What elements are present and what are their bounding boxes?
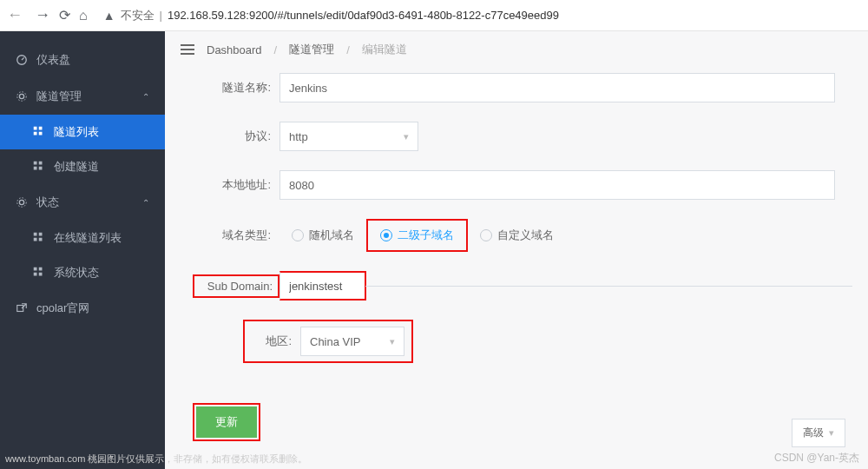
grid-icon — [33, 161, 45, 173]
back-icon[interactable]: ← — [7, 6, 23, 24]
sidebar-item-status[interactable]: 状态 ⌃ — [0, 184, 165, 221]
protocol-select[interactable]: http ▾ — [279, 122, 418, 151]
svg-rect-21 — [39, 273, 43, 276]
svg-rect-14 — [34, 233, 37, 236]
home-icon[interactable]: ⌂ — [79, 8, 88, 23]
svg-rect-16 — [34, 238, 37, 241]
svg-rect-4 — [34, 127, 37, 130]
region-select[interactable]: China VIP ▾ — [300, 327, 404, 356]
sidebar-item-online-list[interactable]: 在线隧道列表 — [0, 221, 165, 255]
insecure-label: 不安全 — [121, 8, 155, 23]
sidebar-item-system-status[interactable]: 系统状态 — [0, 255, 165, 290]
advanced-button[interactable]: 高级 ▾ — [792, 419, 845, 447]
gauge-icon — [16, 54, 28, 66]
sidebar: 仪表盘 隧道管理 ⌃ 隧道列表 创建隧道 — [0, 31, 165, 469]
domain-type-custom[interactable]: 自定义域名 — [468, 221, 566, 250]
local-addr-label: 本地地址: — [193, 177, 279, 193]
crumb-tunnels[interactable]: 隧道管理 — [289, 42, 334, 57]
csdn-watermark: CSDN @Yan-英杰 — [774, 451, 859, 466]
external-link-icon — [16, 302, 28, 314]
footer-left: www.toymban.com 桃园图片仅供展示，非存储，如有侵权请联系删除。 — [5, 452, 307, 466]
local-addr-input[interactable]: 8080 — [279, 170, 835, 200]
sidebar-label: 在线隧道列表 — [54, 230, 122, 246]
svg-rect-15 — [39, 233, 43, 236]
warning-icon: ▲ — [103, 9, 115, 23]
svg-point-13 — [17, 198, 27, 208]
svg-point-12 — [19, 200, 23, 204]
chevron-down-icon: ▾ — [829, 427, 834, 439]
svg-rect-20 — [34, 273, 37, 276]
sidebar-label: 隧道列表 — [54, 124, 99, 140]
svg-rect-5 — [39, 127, 43, 130]
svg-rect-6 — [34, 132, 37, 135]
radio-icon — [380, 229, 392, 241]
sidebar-label: 仪表盘 — [36, 52, 70, 68]
domain-type-label: 域名类型: — [193, 228, 279, 243]
reload-icon[interactable]: ⟳ — [59, 7, 70, 23]
subdomain-input[interactable] — [289, 280, 356, 293]
chevron-up-icon: ⌃ — [142, 198, 149, 208]
sidebar-item-cpolar[interactable]: cpolar官网 — [0, 290, 165, 327]
sidebar-item-dashboard[interactable]: 仪表盘 — [0, 42, 165, 78]
tunnel-name-input[interactable]: Jenkins — [279, 73, 835, 102]
svg-line-1 — [22, 57, 24, 60]
domain-type-subdomain[interactable]: 二级子域名 — [366, 219, 468, 252]
url-bar[interactable]: ▲ 不安全 | 192.168.59.128:9200/#/tunnels/ed… — [96, 3, 861, 28]
svg-rect-17 — [39, 238, 43, 241]
sidebar-label: 系统状态 — [54, 265, 99, 281]
svg-rect-11 — [39, 167, 43, 170]
radio-icon — [292, 229, 304, 241]
subdomain-label: Sub Domain: — [193, 274, 279, 298]
region-label: 地区: — [252, 334, 300, 349]
url-text: 192.168.59.128:9200/#/tunnels/edit/0daf9… — [168, 9, 559, 22]
crumb-edit: 编辑隧道 — [362, 42, 407, 57]
sidebar-item-tunnels[interactable]: 隧道管理 ⌃ — [0, 78, 165, 115]
gear-icon — [16, 90, 28, 102]
chevron-up-icon: ⌃ — [142, 92, 149, 102]
chevron-down-icon: ▾ — [390, 336, 395, 347]
grid-icon — [33, 232, 45, 244]
svg-point-2 — [19, 94, 23, 98]
grid-icon — [33, 267, 45, 279]
sidebar-label: cpolar官网 — [36, 301, 89, 316]
protocol-label: 协议: — [193, 129, 279, 144]
svg-point-3 — [17, 92, 27, 102]
svg-rect-18 — [34, 268, 37, 271]
forward-icon[interactable]: → — [35, 6, 50, 24]
svg-rect-9 — [39, 162, 43, 165]
sidebar-label: 隧道管理 — [36, 89, 82, 104]
main-content: Dashboard / 隧道管理 / 编辑隧道 隧道名称: Jenkins 协议… — [165, 31, 868, 469]
sidebar-label: 创建隧道 — [54, 159, 99, 175]
svg-rect-19 — [39, 268, 43, 271]
svg-rect-10 — [34, 167, 37, 170]
sidebar-item-create-tunnel[interactable]: 创建隧道 — [0, 149, 165, 184]
tunnel-name-label: 隧道名称: — [193, 80, 279, 96]
domain-type-random[interactable]: 随机域名 — [279, 221, 366, 250]
sidebar-item-tunnel-list[interactable]: 隧道列表 — [0, 115, 165, 149]
gear-icon — [16, 196, 28, 208]
menu-toggle-icon[interactable] — [181, 44, 194, 55]
breadcrumb: Dashboard / 隧道管理 / 编辑隧道 — [181, 42, 852, 57]
sidebar-label: 状态 — [36, 195, 59, 210]
svg-rect-8 — [34, 162, 37, 165]
svg-rect-7 — [39, 132, 43, 135]
grid-icon — [33, 126, 45, 138]
crumb-dashboard[interactable]: Dashboard — [207, 43, 262, 56]
update-button[interactable]: 更新 — [196, 406, 257, 438]
chevron-down-icon: ▾ — [404, 131, 409, 142]
radio-icon — [480, 229, 492, 241]
